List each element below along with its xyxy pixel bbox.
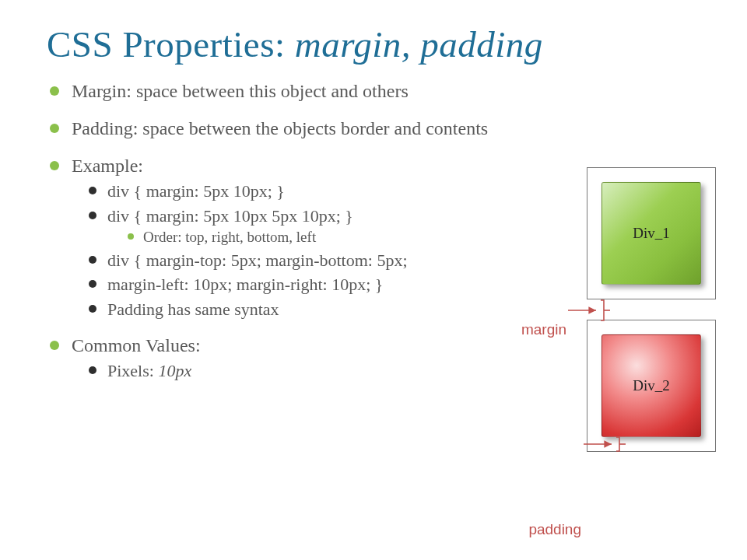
title-prefix: CSS Properties: xyxy=(47,24,295,65)
bullet-margin-def: Margin: space between this object and ot… xyxy=(47,79,700,103)
slide-title: CSS Properties: margin, padding xyxy=(47,23,700,65)
padding-callout-label: padding xyxy=(528,521,581,538)
div2-outer: Div_2 xyxy=(587,320,716,452)
padding-bracket-icon xyxy=(582,436,630,453)
div2-label: Div_2 xyxy=(633,377,670,394)
title-italic: margin, padding xyxy=(295,24,543,65)
margin-callout-label: margin xyxy=(521,321,566,338)
example-margin-4val-text: div { margin: 5px 10px 5px 10px; } xyxy=(107,206,353,226)
div1-inner: Div_1 xyxy=(601,182,701,285)
common-values-label: Common Values: xyxy=(72,335,201,355)
bullet-padding-def: Padding: space between the objects borde… xyxy=(47,117,700,140)
common-value-pixels-value: 10px xyxy=(158,361,191,380)
div2-inner: Div_2 xyxy=(601,334,701,437)
bullet-example-label: Example: xyxy=(72,156,143,176)
common-value-pixels-prefix: Pixels: xyxy=(107,361,158,380)
slide: CSS Properties: margin, padding Margin: … xyxy=(0,0,747,560)
div1-label: Div_1 xyxy=(633,225,670,242)
div1-outer: Div_1 xyxy=(587,167,716,299)
margin-bracket-icon xyxy=(566,299,615,322)
